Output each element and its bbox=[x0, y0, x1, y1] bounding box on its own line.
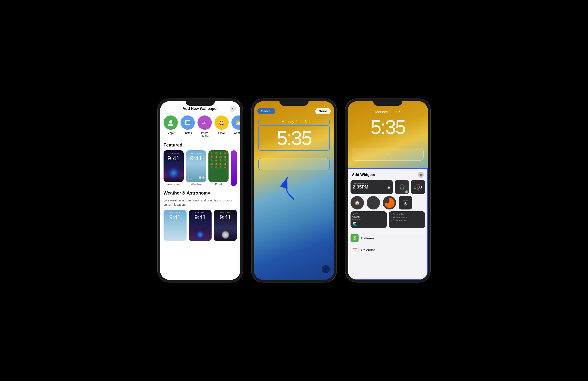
weather-astronomy-subtitle: Live weather and astronomical conditions… bbox=[164, 198, 237, 207]
modal-close-button[interactable]: × bbox=[230, 106, 236, 112]
notch-1 bbox=[186, 99, 215, 106]
apps-section: 🔋 Batteries 📅 Calendar bbox=[348, 230, 427, 256]
batteries-app-icon: 🔋 bbox=[351, 234, 358, 242]
type-photos[interactable]: Photos bbox=[181, 116, 195, 138]
type-people-icon bbox=[164, 116, 178, 130]
calendar-app-icon: 📅 bbox=[351, 246, 358, 254]
reminder-item-3: ○ Call American... bbox=[391, 219, 423, 222]
weather-temp: 77° bbox=[355, 213, 358, 215]
phone3-date: Monday, June 6 bbox=[348, 110, 428, 114]
featured-weather[interactable]: Mon 6 · 9:45PM 9:41 ☀ 72° 🕐 bbox=[186, 150, 206, 186]
phone3-screen: Monday, June 6 5:35 + Add Widgets × bbox=[348, 101, 428, 280]
app-row-calendar[interactable]: 📅 Calendar bbox=[351, 244, 425, 256]
featured-weather-label: Weather bbox=[191, 183, 201, 186]
wallpaper-types-row: People Photos ⇄ bbox=[160, 116, 240, 142]
weather-thumb-1[interactable]: Mon 6 · 9:45PM 9:41 🕐 bbox=[164, 210, 187, 241]
widget-clock-time: 2:35PM bbox=[353, 184, 391, 190]
phone-3: Monday, June 6 5:35 + Add Widgets × bbox=[345, 99, 430, 282]
featured-extra bbox=[231, 150, 237, 186]
weather-icon-row: ☁ 77° bbox=[352, 213, 385, 215]
svg-point-4 bbox=[186, 121, 187, 122]
widgets-row-1: Cupertino -3HRS 2:35PM 🕐 🎧 🔋 bbox=[348, 180, 427, 196]
batteries-app-label: Batteries bbox=[361, 236, 375, 240]
phone3-widget-area[interactable]: + bbox=[352, 148, 423, 160]
phone2-top-bar: Cancel Done bbox=[254, 108, 334, 114]
calendar-app-label: Calendar bbox=[361, 248, 375, 252]
type-weather[interactable]: ⛅ Weather bbox=[231, 116, 240, 138]
widget-airpods[interactable]: 🎧 🔋 bbox=[395, 180, 409, 194]
widgets-row-3: ☁ 77° Cloudy H:77° L:60° 🌊 ○ Recycle bin bbox=[348, 211, 427, 230]
widget-circle-1[interactable]: 🏠 bbox=[351, 196, 364, 209]
widget-circle-3[interactable] bbox=[383, 196, 396, 209]
more-options-button[interactable]: ··· bbox=[322, 265, 330, 273]
type-photo-shuffle[interactable]: ⇄ PhotoShuffle bbox=[197, 116, 212, 138]
clock-icon: 🕐 bbox=[387, 186, 391, 190]
widget-weather[interactable]: ☁ 77° Cloudy H:77° L:60° 🌊 bbox=[351, 211, 387, 228]
weather-range: H:77° L:60° bbox=[352, 219, 385, 221]
wallpaper-modal: Add New Wallpaper × People bbox=[160, 101, 240, 280]
done-button[interactable]: Done bbox=[315, 108, 331, 114]
phone2-time[interactable]: 5:35 bbox=[258, 125, 330, 151]
weather-astronomy-title: Weather & Astronomy bbox=[164, 191, 237, 196]
calendar-time: 2:00 bbox=[414, 185, 422, 189]
type-emoji-label: Emoji bbox=[218, 132, 225, 135]
type-weather-icon: ⛅ bbox=[231, 116, 240, 130]
featured-grid: Tuesday, January 9 9:41 Astronomy bbox=[164, 150, 237, 186]
type-photo-shuffle-icon: ⇄ bbox=[197, 116, 212, 130]
phone2-date-bar[interactable]: Monday, June 6 bbox=[258, 119, 330, 125]
panel-title: Add Widgets bbox=[352, 173, 375, 177]
phone2-date-text: Monday, June 6 bbox=[281, 120, 307, 124]
modal-title: Add New Wallpaper bbox=[183, 106, 218, 111]
notch-2 bbox=[279, 99, 309, 106]
widget-calendar-sm[interactable]: JAN 2:00 PM bbox=[411, 180, 425, 194]
widget-circle-4[interactable]: MON 6 bbox=[399, 196, 412, 209]
battery-icon: 🔋 bbox=[405, 190, 408, 193]
phone3-add-widget-icon: + bbox=[386, 151, 389, 157]
panel-header: Add Widgets × bbox=[348, 169, 427, 180]
widget-clock-weather[interactable]: Cupertino -3HRS 2:35PM 🕐 bbox=[351, 180, 393, 194]
weather-thumbs-grid: Mon 6 · 9:45PM 9:41 🕐 Tuesday, January 9… bbox=[164, 210, 237, 241]
weather-emoji: 🌊 bbox=[352, 221, 385, 226]
clock-small-icon: 🕐 bbox=[377, 207, 379, 209]
widget-location: Cupertino -3HRS bbox=[353, 182, 391, 184]
panel-close-button[interactable]: × bbox=[418, 172, 424, 178]
weather-condition: Cloudy bbox=[352, 215, 385, 218]
widget-reminders[interactable]: ○ Recycle bin ○ Write nomad e... ○ Call … bbox=[389, 211, 425, 228]
phone2-screen: Cancel Done Monday, June 6 5:35 + bbox=[254, 101, 334, 280]
reminder-item-1: ○ Recycle bin bbox=[391, 213, 423, 216]
app-row-batteries[interactable]: 🔋 Batteries bbox=[351, 232, 425, 244]
airpods-icon: 🎧 bbox=[399, 184, 405, 190]
phone2-widget-area[interactable]: + bbox=[258, 158, 330, 170]
featured-astronomy[interactable]: Tuesday, January 9 9:41 Astronomy bbox=[164, 150, 184, 186]
phone-2: Cancel Done Monday, June 6 5:35 + bbox=[252, 99, 336, 282]
notch-3 bbox=[373, 99, 402, 106]
featured-emoji-label: Emoji bbox=[215, 183, 222, 186]
type-photos-icon bbox=[181, 116, 195, 130]
add-widget-icon: + bbox=[292, 160, 296, 168]
svg-point-0 bbox=[169, 120, 172, 123]
featured-emoji[interactable]: 🎄🍂🎄🍁 🍁🎄🍂🎄 🎄🍁🎄🍂 🍂🎄🍁🎄 🎄🍂🎄🍁 bbox=[209, 150, 229, 186]
widgets-row-2: 🏠 🕐 MON 6 bbox=[348, 196, 427, 211]
type-people-label: People bbox=[167, 132, 175, 135]
astronomy-thumb-2[interactable]: Mon 6 · 9:58PM 9:41 bbox=[214, 210, 237, 241]
type-photo-shuffle-label: PhotoShuffle bbox=[200, 132, 209, 138]
featured-title: Featured bbox=[164, 142, 237, 148]
calendar-day-num: 6 bbox=[404, 202, 407, 206]
astronomy-thumb-1[interactable]: Tuesday, January 9 9:41 bbox=[189, 210, 212, 241]
type-emoji[interactable]: 😀 Emoji bbox=[214, 116, 229, 138]
type-people[interactable]: People bbox=[164, 116, 178, 138]
calendar-period: PM bbox=[417, 189, 419, 191]
featured-astronomy-label: Astronomy bbox=[167, 183, 180, 186]
type-photos-label: Photos bbox=[183, 132, 192, 135]
widget-circle-2[interactable]: 🕐 bbox=[367, 196, 380, 209]
type-weather-label: Weather bbox=[233, 132, 240, 135]
reminder-item-2: ○ Write nomad e... bbox=[391, 216, 423, 219]
cancel-button[interactable]: Cancel bbox=[257, 108, 275, 114]
type-emoji-icon: 😀 bbox=[214, 116, 229, 130]
phone3-time: 5:35 bbox=[348, 116, 428, 139]
add-widgets-panel: Add Widgets × Cupertino -3HRS 2:35PM 🕐 bbox=[348, 168, 428, 280]
phone1-screen: Add New Wallpaper × People bbox=[160, 101, 240, 280]
svg-point-1 bbox=[168, 123, 173, 126]
svg-text:⇄: ⇄ bbox=[202, 120, 206, 125]
phone-1: Add New Wallpaper × People bbox=[158, 99, 243, 282]
